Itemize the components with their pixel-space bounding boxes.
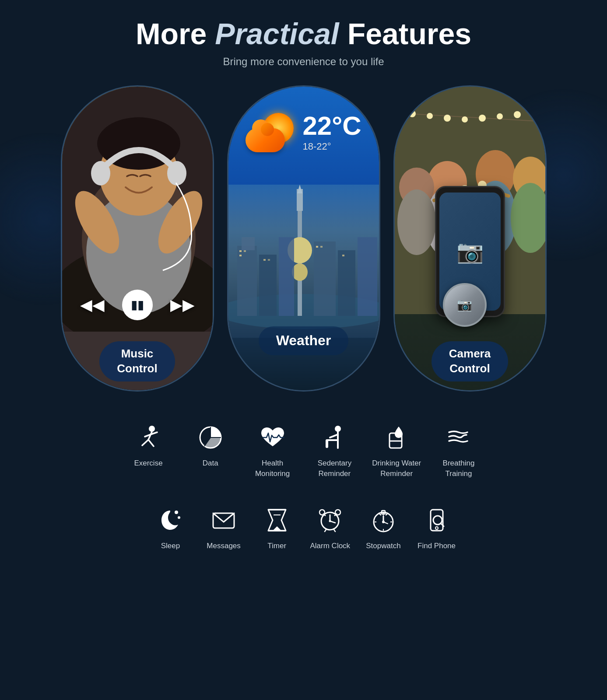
- svg-line-58: [148, 440, 154, 446]
- svg-point-102: [382, 521, 385, 523]
- feature-stopwatch: Stopwatch: [359, 500, 408, 556]
- card-camera: 📷 📷 Camera Control: [393, 85, 547, 392]
- sedentary-label: Sedentary Reminder: [318, 458, 352, 479]
- feature-water: Drinking Water Reminder: [368, 418, 425, 483]
- breathing-icon: [443, 422, 474, 453]
- messages-label: Messages: [207, 541, 240, 551]
- alarm-label: Alarm Clock: [310, 541, 351, 551]
- feature-exercise: Exercise: [119, 418, 177, 483]
- feature-sedentary: Sedentary Reminder: [306, 418, 364, 483]
- svg-line-89: [325, 529, 326, 532]
- svg-line-69: [330, 434, 338, 438]
- data-label: Data: [203, 458, 218, 469]
- sedentary-icon: [319, 422, 350, 453]
- prev-button[interactable]: ◀◀: [80, 296, 105, 314]
- feature-alarm: Alarm Clock: [306, 500, 355, 556]
- svg-rect-24: [239, 250, 242, 252]
- svg-rect-25: [244, 250, 246, 252]
- findphone-label: Find Phone: [418, 541, 456, 551]
- svg-line-60: [152, 432, 157, 434]
- svg-point-74: [178, 516, 180, 519]
- exercise-label: Exercise: [134, 458, 162, 469]
- findphone-icon: [421, 505, 452, 536]
- camera-icon: 📷: [456, 239, 484, 264]
- music-controls: ◀◀ ▮▮ ▶▶: [62, 290, 213, 320]
- watch-face: 📷: [443, 283, 487, 327]
- svg-rect-103: [431, 510, 443, 531]
- sleep-icon: [155, 505, 186, 536]
- svg-point-88: [329, 520, 331, 522]
- svg-rect-21: [314, 242, 336, 316]
- svg-line-57: [142, 440, 148, 445]
- svg-rect-31: [342, 255, 344, 256]
- pause-icon: ▮▮: [131, 298, 144, 312]
- svg-rect-18: [242, 237, 255, 250]
- svg-rect-28: [268, 259, 270, 261]
- features-row-2: Sleep Messages: [146, 500, 461, 556]
- health-label: Health Monitoring: [255, 458, 290, 479]
- feature-data: Data: [182, 418, 239, 483]
- water-label: Drinking Water Reminder: [372, 458, 421, 479]
- music-label-pill: Music Control: [99, 341, 175, 382]
- next-button[interactable]: ▶▶: [170, 296, 195, 314]
- svg-point-65: [335, 426, 341, 432]
- svg-rect-29: [316, 246, 318, 248]
- timer-icon: [262, 505, 292, 536]
- svg-point-7: [167, 161, 186, 186]
- svg-point-14: [292, 263, 308, 281]
- card-music: ◀◀ ▮▮ ▶▶ Music Control: [61, 85, 214, 392]
- svg-line-90: [333, 529, 335, 532]
- play-pause-button[interactable]: ▮▮: [122, 290, 153, 320]
- camera-label-pill: Camera Control: [432, 341, 508, 382]
- alarm-icon: [315, 505, 345, 536]
- svg-point-55: [149, 426, 155, 432]
- svg-rect-23: [358, 237, 377, 316]
- stopwatch-label: Stopwatch: [366, 541, 400, 551]
- weather-temperature: 22°C: [302, 113, 361, 139]
- watch-camera-icon: 📷: [457, 298, 472, 312]
- svg-marker-79: [273, 526, 281, 531]
- cloud-icon: [246, 128, 285, 152]
- weather-icon: [246, 113, 294, 152]
- feature-sleep: Sleep: [146, 500, 195, 556]
- svg-rect-19: [259, 255, 277, 316]
- watch-mockup: 📷: [439, 276, 491, 333]
- svg-rect-22: [338, 250, 355, 316]
- breathing-label: Breathing Training: [443, 458, 475, 479]
- svg-rect-26: [239, 255, 242, 256]
- card-camera-label: Camera Control: [395, 332, 545, 390]
- svg-point-73: [175, 511, 178, 514]
- card-music-label: Music Control: [62, 332, 213, 390]
- svg-point-6: [91, 161, 110, 186]
- card-weather-label: Weather: [228, 318, 379, 364]
- water-icon: [381, 422, 412, 453]
- weather-info: 22°C 18-22°: [302, 113, 361, 152]
- svg-rect-70: [326, 439, 328, 448]
- weather-label-pill: Weather: [259, 326, 349, 355]
- city-skyline: [228, 185, 379, 338]
- svg-rect-27: [263, 259, 266, 261]
- feature-health: Health Monitoring: [244, 418, 302, 483]
- page-wrapper: More Practical Features Bring more conve…: [0, 0, 607, 582]
- svg-line-94: [379, 513, 381, 515]
- svg-rect-20: [279, 237, 294, 316]
- feature-breathing: Breathing Training: [430, 418, 488, 483]
- timer-label: Timer: [267, 541, 286, 551]
- city-svg: [228, 185, 379, 338]
- feature-timer: Timer: [253, 500, 302, 556]
- svg-rect-30: [320, 246, 323, 248]
- data-icon: [195, 422, 226, 453]
- header-subtitle: Bring more convenience to you life: [26, 56, 581, 68]
- svg-point-106: [435, 527, 438, 529]
- card-weather: 22°C 18-22°: [227, 85, 380, 392]
- weather-range: 18-22°: [302, 141, 361, 152]
- page-title: More Practical Features: [26, 18, 581, 50]
- feature-messages: Messages: [199, 500, 248, 556]
- cards-row: ◀◀ ▮▮ ▶▶ Music Control: [26, 85, 581, 392]
- sleep-label: Sleep: [161, 541, 180, 551]
- feature-findphone: Find Phone: [412, 500, 461, 556]
- features-row-1: Exercise Data: [119, 418, 488, 483]
- stopwatch-icon: [368, 505, 399, 536]
- svg-line-95: [386, 513, 388, 515]
- exercise-icon: [133, 422, 164, 453]
